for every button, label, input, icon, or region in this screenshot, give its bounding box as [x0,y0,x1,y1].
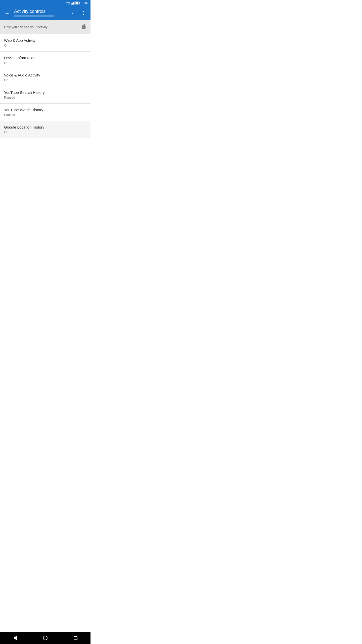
list-item-subtitle: On [4,78,86,82]
list-item-subtitle: On [4,61,86,65]
account-subtitle [14,15,54,17]
status-bar-right: 12:02 [66,1,88,5]
list-item-title: YouTube Search History [4,90,86,95]
app-bar-actions [67,8,88,18]
svg-rect-0 [71,4,72,5]
list-item[interactable]: Voice & Audio ActivityOn [0,69,90,86]
list-item[interactable]: Device InformationOn [0,52,90,69]
svg-rect-2 [73,2,74,5]
list-item[interactable]: Web & App ActivityOn [0,34,90,51]
back-button[interactable]: ← [2,8,12,18]
more-options-button[interactable] [78,8,88,18]
wifi-icon [66,2,70,5]
more-vert-icon [81,11,86,16]
list-item-subtitle: Paused [4,96,86,99]
list-item-subtitle: On [4,44,86,47]
page-title: Activity controls [14,9,65,14]
signal-icon [71,2,75,5]
back-arrow-icon: ← [5,10,10,16]
list-item-title: Voice & Audio Activity [4,73,86,77]
chevron-down-icon [70,11,75,16]
svg-point-8 [83,13,84,14]
privacy-text: Only you can see your activity [4,25,48,29]
privacy-notice: Only you can see your activity [0,20,90,34]
list-item-subtitle: Paused [4,113,86,117]
svg-point-9 [83,14,84,15]
list-item-title: Web & App Activity [4,38,86,43]
battery-icon [75,2,80,5]
list-item[interactable]: Google Location HistoryOn [0,121,90,138]
app-bar: ← Activity controls [0,6,90,20]
list-item[interactable]: YouTube Search HistoryPaused [0,86,90,103]
status-time: 12:02 [81,1,88,5]
status-bar: 12:02 [0,0,90,6]
status-icons [66,2,80,5]
list-item-title: Device Information [4,56,86,60]
svg-rect-3 [74,2,75,5]
svg-rect-6 [76,2,78,4]
svg-rect-1 [72,3,73,5]
lock-icon [81,24,86,30]
list-item[interactable]: YouTube Watch HistoryPaused [0,104,90,121]
list-item-subtitle: On [4,130,86,134]
dropdown-button[interactable] [67,8,77,18]
svg-point-7 [83,11,84,12]
list-item-title: YouTube Watch History [4,108,86,112]
list-item-title: Google Location History [4,125,86,129]
settings-list: Web & App ActivityOnDevice InformationOn… [0,34,90,138]
app-bar-title-area: Activity controls [14,9,65,17]
svg-rect-5 [79,3,80,4]
